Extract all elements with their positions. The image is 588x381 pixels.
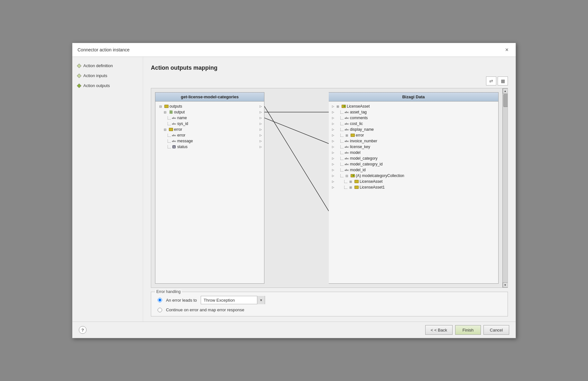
tree-row-invoice-number: ▷ abc invoice_number <box>330 138 497 144</box>
label-name: name <box>177 116 187 120</box>
toolbar: ⇄ ▦ <box>151 76 508 85</box>
throw-exception-dropdown[interactable]: Throw Exception ▼ <box>201 296 265 304</box>
dialog-title: Connector action instance <box>78 47 130 52</box>
label-license-asset-2: LicenseAsset <box>360 179 382 184</box>
expand-icon-license-asset-2[interactable]: ⊞ <box>348 179 353 184</box>
dialog-container: Connector action instance × Action defin… <box>72 43 516 338</box>
error-option-1-row: An error leads to Throw Exception ▼ <box>158 296 501 304</box>
dropdown-arrow-button[interactable]: ▼ <box>257 296 265 304</box>
scrollbar-thumb[interactable] <box>503 94 508 107</box>
title-bar: Connector action instance × <box>72 43 516 57</box>
abc-icon-invoice-number: abc <box>344 139 349 143</box>
error-handling-legend: Error handling <box>155 289 182 294</box>
folder-icon-license-asset <box>341 104 346 109</box>
label-outputs: outputs <box>170 104 182 109</box>
left-tree: ⊟ outputs ▷ ⊟ <box>155 102 264 152</box>
tree-row-error-group: ⊟ error ▷ <box>157 127 263 132</box>
mapping-arrows-svg <box>264 92 329 240</box>
back-button[interactable]: < < Back <box>425 325 453 335</box>
left-arrow-cost-lic: ▷ <box>331 121 335 126</box>
diamond-icon-outputs <box>77 83 81 88</box>
left-arrow-display-name: ▷ <box>331 127 335 132</box>
tree-row-model-id: ▷ abc model_id <box>330 167 497 173</box>
tree-row-license-asset: ▷ ⊞ LicenseAsset <box>330 103 497 109</box>
content-area: Action definition Action inputs Action o… <box>72 57 516 322</box>
label-license-asset: LicenseAsset <box>347 104 370 109</box>
chain-icon-output: ⛓ <box>168 110 173 114</box>
label-error-r: error <box>356 133 364 137</box>
label-modelcategory-collection: (A) modelcategoryCollection <box>356 173 404 178</box>
close-button[interactable]: × <box>503 46 510 53</box>
tree-row-message: abc message ▷ <box>157 138 263 144</box>
label-model-category: model_category <box>350 156 377 161</box>
arrow-error-group: ▷ <box>258 127 263 132</box>
scrollbar-vertical[interactable]: ▲ ▼ <box>502 88 508 288</box>
label-display-name: display_name <box>350 127 374 132</box>
expand-icon-error[interactable]: ⊟ <box>162 127 168 132</box>
svg-line-2 <box>264 106 329 211</box>
expand-icon-license-asset-3[interactable]: ⊞ <box>348 185 353 190</box>
sidebar: Action definition Action inputs Action o… <box>72 57 143 322</box>
label-error: error <box>177 133 185 137</box>
bottom-bar: ? < < Back Finish Cancel <box>72 322 516 338</box>
chain-icon-modelcategory-collection <box>350 173 355 178</box>
finish-button[interactable]: Finish <box>455 325 481 335</box>
left-arrow-license-key: ▷ <box>331 145 335 149</box>
tree-row-outputs: ⊟ outputs ▷ <box>157 103 263 109</box>
error-option-1-radio[interactable] <box>158 298 162 302</box>
label-error-group: error <box>174 127 182 132</box>
arrow-message: ▷ <box>258 139 263 143</box>
tree-row-sys-id: abc sys_id ▷ <box>157 121 263 127</box>
page-title: Action outputs mapping <box>151 65 508 71</box>
folder-icon-outputs <box>164 104 169 109</box>
label-cost-lic: cost_lic <box>350 121 363 126</box>
tree-row-license-key: ▷ abc license_key <box>330 144 497 150</box>
tree-row-error: abc error ▷ <box>157 132 263 138</box>
abc-icon-model-cateogry-id: abc <box>344 162 349 166</box>
label-model: model <box>350 150 361 155</box>
mapping-area: get-license-model-categories ⊟ outputs <box>151 88 508 288</box>
diamond-icon-inputs <box>77 73 81 78</box>
scrollbar-track[interactable] <box>503 93 508 282</box>
help-button[interactable]: ? <box>79 326 87 334</box>
expand-icon-modelcategory-collection[interactable]: ⊟ <box>344 173 349 178</box>
expand-icon-output[interactable]: ⊟ <box>162 110 168 114</box>
left-arrow-model: ▷ <box>331 150 335 155</box>
scroll-up-button[interactable]: ▲ <box>503 88 508 93</box>
error-option-2-label: Continue on error and map error response <box>166 307 244 312</box>
abc-icon-sys-id: abc <box>171 121 177 126</box>
tree-row-error-r: ▷ ⊞ error <box>330 132 497 138</box>
sidebar-item-action-outputs[interactable]: Action outputs <box>78 83 138 88</box>
cancel-button[interactable]: Cancel <box>483 325 509 335</box>
arrow-outputs: ▷ <box>258 104 263 109</box>
arrow-status: ▷ <box>258 145 263 149</box>
main-panel: Action outputs mapping ⇄ ▦ get-license-m… <box>143 57 516 322</box>
sidebar-item-action-inputs[interactable]: Action inputs <box>78 73 138 78</box>
expand-icon-outputs[interactable]: ⊟ <box>158 104 163 109</box>
label-output: output <box>174 110 185 114</box>
label-sys-id: sys_id <box>177 121 188 126</box>
dropdown-arrow-icon: ▼ <box>260 298 263 302</box>
left-arrow-model-category: ▷ <box>331 156 335 161</box>
label-message: message <box>177 139 193 143</box>
left-arrow-license-asset-2: ▷ <box>331 179 335 184</box>
abc-icon-model: abc <box>344 150 349 155</box>
folder-icon-error <box>168 127 173 132</box>
abc-icon-display-name: abc <box>344 127 349 132</box>
arrows-area <box>264 92 329 284</box>
sidebar-item-action-definition[interactable]: Action definition <box>78 63 138 68</box>
left-arrow-comments: ▷ <box>331 116 335 120</box>
scroll-down-button[interactable]: ▼ <box>503 282 508 288</box>
left-arrow-model-cateogry-id: ▷ <box>331 162 335 166</box>
sidebar-label-definition: Action definition <box>83 63 113 68</box>
tree-row-display-name: ▷ abc display_name <box>330 127 497 132</box>
abc-icon-model-category: abc <box>344 156 349 161</box>
tree-row-cost-lic: ▷ abc cost_lic <box>330 121 497 127</box>
grid-toggle-button[interactable]: ▦ <box>498 76 508 85</box>
tree-row-name: abc name ▷ <box>157 115 263 121</box>
expand-icon-license-asset[interactable]: ⊞ <box>335 104 340 109</box>
map-toggle-button[interactable]: ⇄ <box>486 76 496 85</box>
dropdown-value: Throw Exception <box>201 297 257 303</box>
expand-icon-error-r[interactable]: ⊞ <box>344 133 349 137</box>
error-option-2-radio[interactable] <box>158 308 162 312</box>
